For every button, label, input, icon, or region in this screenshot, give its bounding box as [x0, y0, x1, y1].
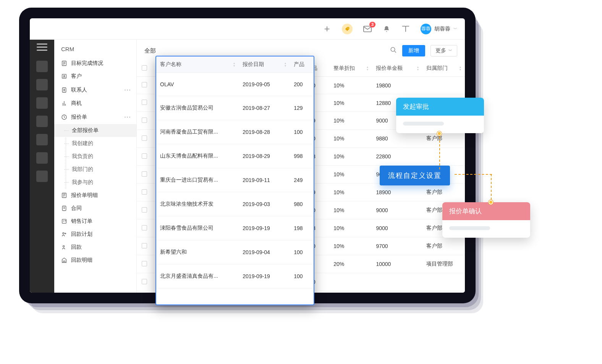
placeholder-line [449, 226, 490, 230]
sidebar-item-customers[interactable]: 客户 [54, 70, 136, 83]
sidebar-item-contacts[interactable]: 联系人 ··· [54, 83, 136, 97]
more-icon[interactable]: ··· [124, 113, 131, 121]
user-menu[interactable]: 蓉蓉 胡蓉蓉 ﹀ [421, 24, 457, 34]
connector-line [491, 174, 492, 204]
row-checkbox[interactable] [142, 118, 147, 123]
svg-point-6 [64, 89, 65, 90]
sidebar-sub-participated[interactable]: 我参与的 [72, 176, 136, 189]
workflow-card-start: 发起审批 [396, 98, 484, 133]
sidebar-item-payment-detail[interactable]: 回款明细 [54, 254, 136, 267]
new-button[interactable]: 新增 [402, 45, 425, 56]
highlight-panel: 客户名称 报价日期 产品 OLAV2019-09-05200安徽古润食品贸易公司… [155, 56, 314, 305]
connector-line [455, 174, 492, 175]
rail-item[interactable] [36, 97, 48, 109]
sidebar-item-payment[interactable]: 回款 [54, 241, 136, 254]
sidebar-item-goals[interactable]: 目标完成情况 [54, 57, 136, 70]
svg-point-12 [63, 245, 65, 247]
table-row[interactable]: 安徽古润食品贸易公司2019-08-27129 [156, 96, 314, 120]
row-checkbox[interactable] [142, 207, 147, 213]
row-checkbox[interactable] [142, 279, 147, 284]
row-checkbox[interactable] [142, 171, 147, 177]
svg-point-11 [63, 232, 64, 234]
sidebar-item-contracts[interactable]: 合同 [54, 202, 136, 215]
search-icon[interactable] [390, 47, 397, 55]
row-checkbox[interactable] [142, 82, 147, 87]
rail-item[interactable] [36, 79, 48, 90]
row-checkbox[interactable] [142, 189, 147, 195]
row-checkbox[interactable] [142, 243, 147, 248]
table-row[interactable]: 山东天博食品配料有限...2019-08-29998 [156, 144, 314, 168]
docs-icon[interactable] [401, 25, 410, 33]
checkbox-all[interactable] [142, 65, 147, 71]
row-checkbox[interactable] [142, 100, 147, 105]
inbox-icon[interactable]: 3 [363, 25, 372, 33]
table-row[interactable]: OLAV2019-09-05200 [156, 73, 314, 96]
notification-badge: 3 [369, 22, 375, 27]
hamburger-icon[interactable] [37, 43, 47, 51]
row-checkbox[interactable] [142, 135, 147, 141]
svg-point-0 [348, 27, 348, 28]
chevron-down-icon: ﹀ [448, 48, 452, 53]
sidebar-title: CRM [54, 44, 136, 57]
rail-item[interactable] [36, 134, 48, 145]
sidebar-item-sales-orders[interactable]: 销售订单 [54, 215, 136, 228]
sidebar-sub-all-quotes[interactable]: 全部报价单 [54, 124, 136, 137]
connector-dot [437, 131, 442, 136]
sidebar-item-quote-details[interactable]: 报价单明细 [54, 189, 136, 202]
user-name: 胡蓉蓉 [434, 26, 450, 32]
chevron-down-icon: ﹀ [453, 26, 457, 32]
row-checkbox[interactable] [142, 225, 147, 230]
table-row[interactable]: 北京月盛斋清真食品有...2019-09-19100 [156, 264, 314, 288]
sidebar-sub-my-owned[interactable]: 我负责的 [72, 150, 136, 163]
sidebar-item-payment-plan[interactable]: 回款计划 [54, 228, 136, 241]
svg-rect-10 [62, 219, 66, 224]
svg-point-4 [64, 75, 65, 76]
filter-tab-all[interactable]: 全部 [144, 47, 156, 55]
rail-item[interactable] [36, 152, 48, 164]
rail-item[interactable] [36, 171, 48, 182]
svg-point-13 [391, 47, 395, 52]
sidebar-sub-quotes: 全部报价单 我创建的 我负责的 我部门的 我参与的 [54, 124, 136, 189]
table-row[interactable]: 涑阳春雪食品有限公司2019-09-19198 [156, 216, 314, 240]
table-row[interactable]: 重庆合一进出口贸易有...2019-09-11249 [156, 168, 314, 192]
bell-icon[interactable] [382, 25, 391, 33]
more-icon[interactable]: ··· [124, 86, 131, 94]
sidebar-item-opportunities[interactable]: 商机 [54, 97, 136, 110]
sidebar-sub-my-dept[interactable]: 我部门的 [72, 163, 136, 176]
more-button[interactable]: 更多 ﹀ [430, 45, 457, 56]
row-checkbox[interactable] [142, 153, 147, 159]
workflow-card-confirm: 报价单确认 [442, 202, 530, 238]
rail-item[interactable] [36, 116, 48, 127]
placeholder-line [403, 122, 444, 126]
topbar: 3 蓉蓉 胡蓉蓉 ﹀ [30, 18, 465, 40]
avatar: 蓉蓉 [421, 24, 431, 34]
tag-icon[interactable] [342, 24, 353, 34]
card-title: 报价单确认 [442, 202, 530, 220]
table-row[interactable]: 河南香凝食品工贸有限...2019-08-28100 [156, 120, 314, 144]
table-row[interactable]: 北京味浓生物技术开发2019-09-03980 [156, 192, 314, 216]
sidebar-sub-my-created[interactable]: 我创建的 [72, 137, 136, 150]
connector-dot [489, 200, 493, 205]
sidebar-item-quotes[interactable]: 报价单 ··· [54, 110, 136, 124]
nav-rail [30, 40, 54, 293]
connector-line [439, 133, 440, 169]
rail-item[interactable] [36, 61, 48, 72]
table-row[interactable]: 新希望六和2019-09-04100 [156, 240, 314, 264]
add-icon[interactable] [323, 25, 331, 33]
row-checkbox[interactable] [142, 261, 147, 266]
sidebar: CRM 目标完成情况 客户 联系人 ··· 商机 [54, 40, 137, 293]
card-title: 发起审批 [396, 98, 484, 116]
